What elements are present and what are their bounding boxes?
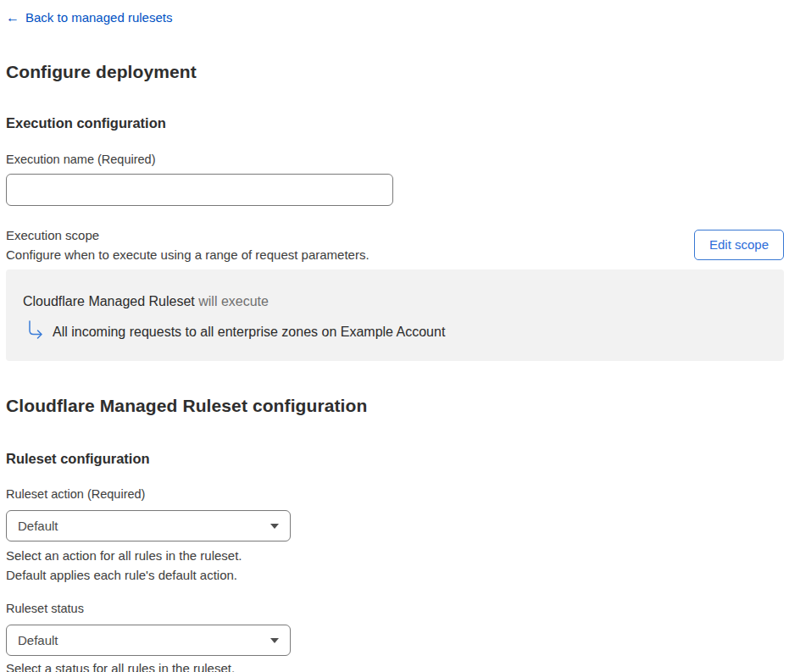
- scope-summary-panel: Cloudflare Managed Ruleset will execute …: [6, 269, 784, 361]
- page-title: Configure deployment: [6, 61, 784, 83]
- execution-scope-row: Execution scope Configure when to execut…: [6, 227, 784, 263]
- configure-deployment-page: ← Back to managed rulesets Configure dep…: [0, 0, 789, 672]
- ruleset-action-label: Ruleset action (Required): [6, 487, 784, 501]
- chevron-down-icon: [270, 524, 279, 529]
- ruleset-configuration-heading: Cloudflare Managed Ruleset configuration: [6, 395, 784, 417]
- ruleset-action-help-1: Select an action for all rules in the ru…: [6, 548, 784, 564]
- back-to-managed-rulesets-link[interactable]: ← Back to managed rulesets: [6, 10, 172, 25]
- ruleset-status-value: Default: [18, 633, 58, 647]
- ruleset-name-text: Cloudflare Managed Ruleset: [23, 294, 195, 308]
- back-link-label: Back to managed rulesets: [25, 10, 172, 25]
- back-arrow-icon: ←: [6, 10, 19, 25]
- ruleset-status-select[interactable]: Default: [6, 625, 291, 656]
- ruleset-action-help-2: Default applies each rule's default acti…: [6, 568, 784, 583]
- ruleset-status-label: Ruleset status: [6, 602, 784, 615]
- ruleset-action-select[interactable]: Default: [6, 510, 291, 541]
- execution-configuration-heading: Execution configuration: [6, 115, 784, 131]
- execution-scope-description: Configure when to execute using a range …: [6, 247, 369, 263]
- execution-name-label: Execution name (Required): [6, 153, 784, 166]
- scope-detail-text: All incoming requests to all enterprise …: [53, 319, 445, 341]
- ruleset-subsection-heading: Ruleset configuration: [6, 451, 784, 467]
- scope-detail-line: All incoming requests to all enterprise …: [26, 319, 767, 341]
- edit-scope-button[interactable]: Edit scope: [694, 230, 784, 260]
- will-execute-text: will execute: [195, 294, 269, 308]
- execution-scope-label: Execution scope: [6, 227, 369, 243]
- execution-name-input[interactable]: [6, 174, 393, 206]
- ruleset-action-value: Default: [18, 519, 58, 533]
- execution-scope-text-block: Execution scope Configure when to execut…: [6, 227, 369, 263]
- chevron-down-icon: [270, 638, 279, 643]
- branch-arrow-icon: [26, 319, 45, 340]
- scope-summary-line: Cloudflare Managed Ruleset will execute: [23, 293, 767, 310]
- ruleset-status-help: Select a status for all rules in the rul…: [6, 661, 784, 672]
